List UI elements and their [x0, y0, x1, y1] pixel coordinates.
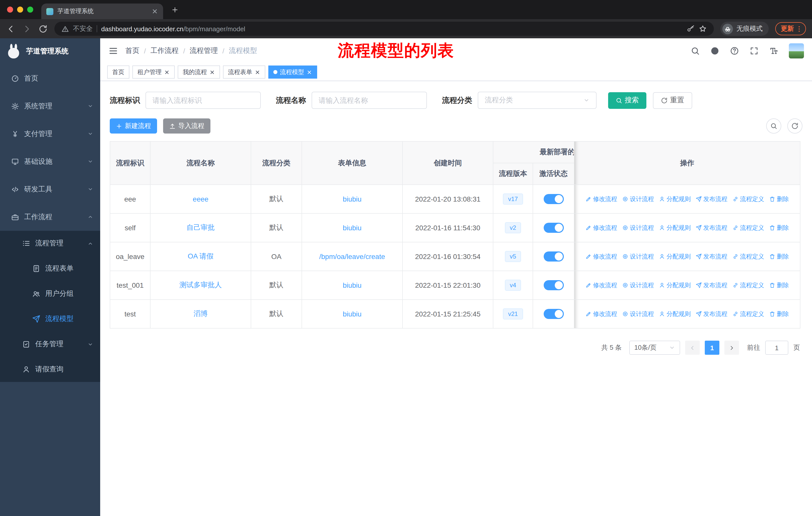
active-toggle[interactable] [544, 251, 563, 262]
next-page-button[interactable] [724, 341, 739, 355]
tag[interactable]: 流程表单 [223, 65, 265, 79]
action-publish[interactable]: 发布流程 [696, 252, 727, 261]
sidebar-item-8[interactable]: 流程表单 [0, 256, 100, 281]
browser-reload-button[interactable] [38, 24, 48, 33]
action-delete[interactable]: 删除 [769, 281, 789, 290]
sidebar-item-4[interactable]: 基础设施 [0, 147, 100, 175]
action-publish[interactable]: 发布流程 [696, 223, 727, 232]
security-warning-icon[interactable] [61, 25, 69, 32]
process-name-link[interactable]: 自己审批 [186, 223, 215, 231]
action-assign[interactable]: 分配规则 [659, 195, 691, 203]
tab-close-icon[interactable] [151, 8, 158, 15]
tag[interactable]: 我的流程 [178, 65, 220, 79]
bookmark-star-icon[interactable] [699, 25, 707, 33]
refresh-table-button[interactable] [787, 118, 803, 134]
minimize-window-button[interactable] [17, 6, 23, 12]
action-definition[interactable]: 流程定义 [732, 252, 764, 261]
action-delete[interactable]: 删除 [769, 252, 789, 261]
process-name-link[interactable]: OA 请假 [188, 252, 214, 260]
sidebar-item-7[interactable]: 流程管理 [0, 231, 100, 256]
action-publish[interactable]: 发布流程 [696, 195, 727, 203]
active-toggle[interactable] [544, 280, 563, 290]
action-edit[interactable]: 修改流程 [585, 281, 617, 290]
action-edit[interactable]: 修改流程 [585, 252, 617, 261]
create-process-button[interactable]: 新建流程 [110, 118, 157, 134]
current-page-button[interactable]: 1 [705, 341, 719, 355]
process-name-input[interactable] [312, 92, 427, 109]
toggle-search-button[interactable] [766, 118, 781, 134]
sidebar-item-3[interactable]: 支付管理 [0, 120, 100, 147]
sidebar-item-12[interactable]: 请假查询 [0, 357, 100, 382]
action-design[interactable]: 设计流程 [622, 223, 654, 232]
form-info-link[interactable]: biubiu [343, 281, 362, 289]
process-name-link[interactable]: 滔博 [194, 309, 208, 318]
action-edit[interactable]: 修改流程 [585, 223, 617, 232]
sidebar-toggle-icon[interactable] [108, 46, 118, 56]
breadcrumb-item[interactable]: 流程管理 [190, 46, 218, 55]
process-name-link[interactable]: eeee [193, 195, 208, 203]
reset-button[interactable]: 重置 [653, 92, 692, 109]
action-publish[interactable]: 发布流程 [696, 310, 727, 318]
tag[interactable]: 流程模型 [268, 65, 317, 79]
action-design[interactable]: 设计流程 [622, 195, 654, 203]
close-window-button[interactable] [7, 6, 13, 12]
active-toggle[interactable] [544, 309, 563, 319]
action-design[interactable]: 设计流程 [622, 252, 654, 261]
tag[interactable]: 租户管理 [133, 65, 175, 79]
password-key-icon[interactable] [687, 25, 695, 33]
form-info-link[interactable]: biubiu [343, 310, 362, 318]
prev-page-button[interactable] [685, 341, 700, 355]
action-assign[interactable]: 分配规则 [659, 281, 691, 290]
action-definition[interactable]: 流程定义 [732, 281, 764, 290]
sidebar-item-1[interactable]: 首页 [0, 64, 100, 92]
action-delete[interactable]: 删除 [769, 223, 789, 232]
form-info-link[interactable]: /bpm/oa/leave/create [319, 252, 385, 261]
active-toggle[interactable] [544, 194, 563, 204]
fullscreen-window-button[interactable] [27, 6, 33, 12]
tag-close-icon[interactable] [307, 69, 312, 75]
browser-tab[interactable]: 芋道管理系统 [41, 3, 163, 19]
header-search-icon[interactable] [691, 46, 700, 55]
address-bar[interactable]: 不安全 dashboard.yudao.iocoder.cn/bpm/manag… [54, 22, 714, 36]
browser-update-menu-button[interactable]: 更新 [775, 22, 806, 35]
sidebar-item-10[interactable]: 流程模型 [0, 306, 100, 332]
action-assign[interactable]: 分配规则 [659, 310, 691, 318]
action-delete[interactable]: 删除 [769, 195, 789, 203]
sidebar-item-5[interactable]: 研发工具 [0, 175, 100, 203]
tag[interactable]: 首页 [107, 65, 129, 79]
help-icon[interactable] [730, 46, 739, 55]
goto-page-input[interactable] [765, 341, 788, 355]
tag-close-icon[interactable] [164, 69, 170, 75]
breadcrumb-item[interactable]: 首页 [125, 46, 140, 55]
breadcrumb-item[interactable]: 工作流程 [150, 46, 179, 55]
fullscreen-icon[interactable] [750, 46, 759, 55]
browser-forward-button[interactable] [22, 24, 32, 33]
tag-close-icon[interactable] [255, 69, 260, 75]
action-edit[interactable]: 修改流程 [585, 310, 617, 318]
github-icon[interactable] [710, 46, 719, 55]
tag-close-icon[interactable] [209, 69, 215, 75]
user-avatar[interactable] [789, 43, 804, 58]
import-process-button[interactable]: 导入流程 [163, 118, 210, 134]
search-button[interactable]: 搜索 [608, 92, 646, 109]
page-size-select[interactable]: 10条/页 [629, 341, 680, 355]
sidebar-item-11[interactable]: 任务管理 [0, 332, 100, 357]
sidebar-item-6[interactable]: 工作流程 [0, 203, 100, 231]
font-size-icon[interactable] [769, 46, 778, 55]
form-info-link[interactable]: biubiu [343, 195, 362, 203]
sidebar-item-9[interactable]: 用户分组 [0, 281, 100, 306]
category-select[interactable]: 流程分类 [478, 92, 597, 109]
action-design[interactable]: 设计流程 [622, 281, 654, 290]
action-edit[interactable]: 修改流程 [585, 195, 617, 203]
action-assign[interactable]: 分配规则 [659, 252, 691, 261]
action-delete[interactable]: 删除 [769, 310, 789, 318]
action-design[interactable]: 设计流程 [622, 310, 654, 318]
form-info-link[interactable]: biubiu [343, 224, 362, 232]
process-key-input[interactable] [145, 92, 261, 109]
active-toggle[interactable] [544, 223, 563, 233]
browser-back-button[interactable] [6, 24, 16, 33]
sidebar-item-2[interactable]: 系统管理 [0, 92, 100, 120]
action-definition[interactable]: 流程定义 [732, 310, 764, 318]
action-definition[interactable]: 流程定义 [732, 195, 764, 203]
process-name-link[interactable]: 测试多审批人 [179, 281, 222, 289]
